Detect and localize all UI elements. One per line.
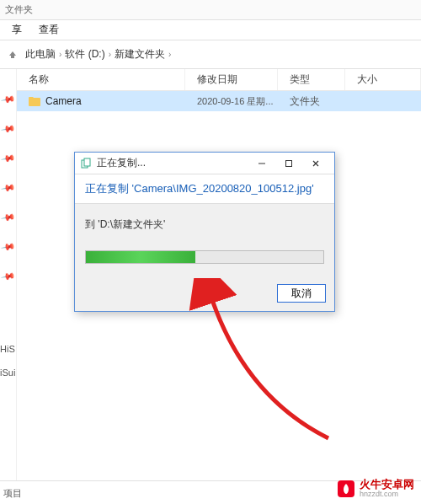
brand-cn: 火牛安卓网 — [360, 479, 414, 491]
up-button[interactable] — [5, 47, 20, 62]
cancel-button[interactable]: 取消 — [277, 284, 326, 303]
chevron-right-icon: › — [168, 50, 171, 59]
menu-view[interactable]: 查看 — [39, 23, 59, 37]
copy-dialog: 正在复制... 正在复制 'Camera\IMG_20200820_100512… — [74, 152, 335, 312]
watermark: 火牛安卓网 hnzzdt.com — [338, 479, 414, 499]
sidebar-lower: HiS iSui — [0, 344, 17, 479]
crumb-drive[interactable]: 软件 (D:) — [65, 47, 104, 62]
pin-icon: 📌 — [0, 151, 16, 167]
pin-icon: 📌 — [0, 269, 16, 285]
table-row[interactable]: Camera 2020-09-16 星期... 文件夹 — [17, 91, 421, 111]
menubar: 享 查看 — [0, 20, 421, 40]
crumb-folder[interactable]: 新建文件夹 — [115, 47, 165, 62]
tab-title: 文件夹 — [5, 4, 33, 14]
sidebar-item-his[interactable]: HiS — [0, 344, 17, 354]
brand-en: hnzzdt.com — [360, 491, 414, 499]
dialog-title: 正在复制... — [97, 156, 248, 170]
column-headers: 名称 修改日期 类型 大小 — [17, 69, 421, 91]
svg-rect-2 — [286, 160, 292, 166]
window-tab: 文件夹 — [0, 0, 421, 20]
header-size[interactable]: 大小 — [345, 69, 421, 90]
header-name[interactable]: 名称 — [17, 69, 185, 90]
pin-icon: 📌 — [0, 239, 16, 255]
address-bar: 此电脑 › 软件 (D:) › 新建文件夹 › — [0, 40, 421, 69]
pin-icon: 📌 — [0, 210, 16, 226]
pin-icon: 📌 — [0, 121, 16, 137]
crumb-root[interactable]: 此电脑 — [25, 47, 56, 62]
close-button[interactable] — [302, 156, 329, 171]
svg-rect-1 — [84, 158, 90, 166]
dialog-headline: 正在复制 'Camera\IMG_20200820_100512.jpg' — [75, 174, 334, 204]
maximize-button[interactable] — [275, 156, 302, 171]
row-date: 2020-09-16 星期... — [185, 91, 278, 111]
chevron-right-icon: › — [109, 50, 111, 59]
progress-bar — [85, 250, 324, 264]
dialog-titlebar[interactable]: 正在复制... — [75, 153, 334, 174]
sidebar-item-isui[interactable]: iSui — [0, 367, 17, 378]
row-name: Camera — [45, 95, 82, 107]
brand-logo-icon — [338, 480, 354, 497]
copy-pages-icon — [80, 158, 92, 169]
minimize-button[interactable] — [248, 156, 275, 171]
progress-fill — [86, 251, 195, 263]
status-text: 项目 — [3, 488, 22, 498]
pin-icon: 📌 — [0, 92, 16, 108]
dialog-destination: 到 'D:\新建文件夹' — [85, 217, 324, 232]
header-type[interactable]: 类型 — [278, 69, 345, 90]
folder-icon — [29, 96, 40, 106]
row-type: 文件夹 — [278, 91, 345, 111]
breadcrumb: 此电脑 › 软件 (D:) › 新建文件夹 › — [25, 47, 171, 62]
menu-share[interactable]: 享 — [12, 23, 22, 37]
pin-icon: 📌 — [0, 180, 16, 196]
header-date[interactable]: 修改日期 — [185, 69, 278, 90]
chevron-right-icon: › — [59, 50, 61, 59]
